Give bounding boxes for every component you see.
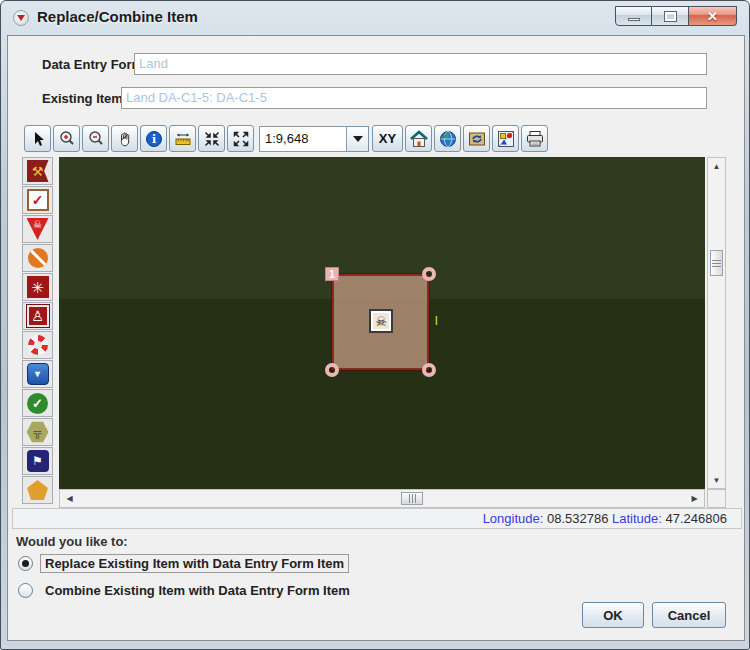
clipboard-check-icon: ✓: [27, 189, 49, 211]
no-entry-icon: [28, 248, 48, 268]
map-side-toolbar: ⚒ ✓ ☠ ✳ ♙ ▼ ✓ ╦ ⚑: [22, 157, 55, 505]
zoom-extent-icon: [232, 130, 250, 148]
map-toolbar: i 1:9,648 XY: [16, 122, 738, 155]
title-bar[interactable]: Replace/Combine Item ✕: [1, 1, 749, 35]
app-icon: [13, 10, 29, 26]
map-refresh-icon: [468, 130, 486, 148]
maximize-button[interactable]: [652, 6, 689, 26]
zoom-in-button[interactable]: [53, 125, 80, 152]
pan-tool-button[interactable]: [111, 125, 138, 152]
completed-icon: ✓: [27, 393, 48, 414]
data-entry-form-item-field[interactable]: Land: [134, 53, 707, 75]
zoom-box-in-button[interactable]: [198, 125, 225, 152]
hazard-skull-tool[interactable]: ☠: [22, 215, 53, 243]
victim-icon: ♙: [27, 305, 49, 327]
vertical-scroll-thumb[interactable]: [710, 250, 723, 276]
print-button[interactable]: [521, 125, 548, 152]
globe-button[interactable]: [434, 125, 461, 152]
scale-combo-dropdown-button[interactable]: [347, 126, 369, 152]
replace-radio-button[interactable]: [18, 556, 33, 571]
cancel-button[interactable]: Cancel: [652, 602, 726, 628]
scale-combo-value[interactable]: 1:9,648: [259, 126, 347, 152]
deminer-icon: ⚒: [27, 160, 49, 182]
zoom-in-icon: [58, 130, 76, 148]
prompt-question: Would you like to:: [16, 534, 128, 549]
scale-combo: 1:9,648: [259, 126, 369, 152]
life-ring-tool[interactable]: [22, 331, 53, 359]
map-canvas[interactable]: 1 ☠ l: [59, 157, 705, 489]
completed-tool[interactable]: ✓: [22, 389, 53, 417]
scroll-down-icon[interactable]: ▼: [708, 472, 725, 488]
home-button[interactable]: [405, 125, 432, 152]
existing-item-label: Existing Item:: [42, 91, 127, 106]
existing-item-field[interactable]: Land DA-C1-5: DA-C1-5: [121, 87, 707, 109]
combine-radio-button[interactable]: [18, 583, 33, 598]
minimize-button[interactable]: [615, 6, 652, 26]
map-vertical-scrollbar[interactable]: ▲ ▼: [707, 157, 726, 489]
window-controls: ✕: [615, 6, 737, 26]
polygon-edge-label: l: [435, 314, 438, 328]
select-tool-icon: [30, 131, 46, 147]
info-icon: i: [145, 130, 163, 148]
longitude-value: 08.532786: [543, 511, 612, 526]
map-horizontal-scrollbar[interactable]: ◀ ▶: [59, 489, 705, 508]
minimize-icon: [628, 18, 640, 21]
info-tool-button[interactable]: i: [140, 125, 167, 152]
window-title: Replace/Combine Item: [37, 8, 198, 25]
no-entry-tool[interactable]: [22, 244, 53, 272]
vertex-handle-3[interactable]: [325, 363, 339, 377]
close-button[interactable]: ✕: [689, 6, 737, 26]
combine-option-row: Combine Existing Item with Data Entry Fo…: [18, 581, 355, 600]
scrollbar-corner: [707, 489, 726, 508]
replace-radio-label[interactable]: Replace Existing Item with Data Entry Fo…: [40, 554, 349, 573]
vertex-handle-2[interactable]: [422, 267, 436, 281]
map-refresh-button[interactable]: [463, 125, 490, 152]
scroll-left-icon[interactable]: ◀: [61, 491, 78, 507]
hazard-marker-icon[interactable]: ☠: [369, 309, 393, 333]
horizontal-scroll-thumb[interactable]: [401, 492, 423, 505]
map-legend-icon: [497, 130, 515, 148]
combine-radio-label[interactable]: Combine Existing Item with Data Entry Fo…: [40, 581, 355, 600]
clipboard-check-tool[interactable]: ✓: [22, 186, 53, 214]
dialog-window: Replace/Combine Item ✕ Data Entry Form I…: [0, 0, 750, 650]
explosion-icon: ✳: [27, 276, 49, 298]
map-legend-button[interactable]: [492, 125, 519, 152]
measure-tool-button[interactable]: [169, 125, 196, 152]
scroll-up-icon[interactable]: ▲: [708, 158, 725, 174]
replace-option-row: Replace Existing Item with Data Entry Fo…: [18, 554, 349, 573]
data-form-tool[interactable]: ▼: [22, 360, 53, 388]
life-ring-icon: [28, 335, 48, 355]
xy-button[interactable]: XY: [372, 125, 403, 152]
dialog-content: Data Entry Form Ite... Land Existing Ite…: [7, 35, 745, 641]
zoom-out-button[interactable]: [82, 125, 109, 152]
ok-button[interactable]: OK: [582, 602, 644, 628]
zoom-extent-button[interactable]: [227, 125, 254, 152]
latitude-label: Latitude:: [612, 511, 662, 526]
print-icon: [525, 130, 545, 148]
select-tool-button[interactable]: [24, 125, 51, 152]
explosion-tool[interactable]: ✳: [22, 273, 53, 301]
close-icon: ✕: [707, 9, 718, 24]
data-form-icon: ▼: [27, 363, 49, 385]
hierarchy-icon: ╦: [27, 421, 49, 443]
svg-text:i: i: [151, 133, 155, 146]
latitude-value: 47.246806: [662, 511, 727, 526]
vertex-handle-4[interactable]: [422, 363, 436, 377]
pentagon-icon: [27, 480, 48, 500]
zoom-out-icon: [87, 130, 105, 148]
scroll-right-icon[interactable]: ▶: [686, 491, 703, 507]
hierarchy-tool[interactable]: ╦: [22, 418, 53, 446]
pan-hand-icon: [117, 131, 133, 147]
vertex-handle-1[interactable]: 1: [325, 267, 339, 281]
globe-icon: [439, 130, 457, 148]
measure-icon: [174, 130, 192, 148]
pentagon-tool[interactable]: [22, 476, 53, 504]
victim-tool[interactable]: ♙: [22, 302, 53, 330]
zoom-box-in-icon: [203, 130, 221, 148]
maximize-icon: [665, 12, 676, 21]
chevron-down-icon: [353, 136, 363, 142]
deminer-tool[interactable]: ⚒: [22, 157, 53, 185]
flag-tool[interactable]: ⚑: [22, 447, 53, 475]
coordinate-status-bar: Longitude: 08.532786 Latitude: 47.246806: [12, 508, 742, 529]
longitude-label: Longitude:: [483, 511, 544, 526]
